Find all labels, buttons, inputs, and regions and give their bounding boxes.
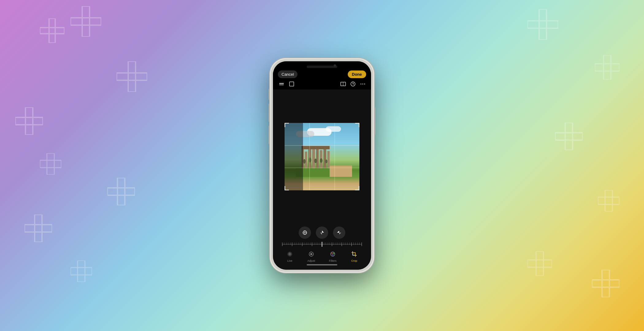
home-indicator [307,264,337,265]
svg-rect-13 [117,73,147,80]
svg-rect-71 [353,253,355,255]
rotation-slider[interactable] [282,241,362,247]
bg-cross-icon [598,190,619,211]
flip-vertical-button[interactable] [316,226,328,239]
aspect-ratio-icon[interactable] [340,81,346,87]
crop-container[interactable] [285,123,359,190]
svg-point-49 [314,158,317,163]
phone-volume-down-button [269,126,270,144]
tab-adjust[interactable]: Adjust [304,251,319,262]
svg-rect-2 [82,6,90,37]
svg-rect-21 [555,133,583,140]
svg-rect-14 [117,178,125,205]
svg-rect-6 [47,153,54,175]
svg-rect-9 [25,225,52,232]
phone-camera-dot [334,64,336,67]
bg-cross-icon [71,6,101,37]
svg-rect-41 [312,149,315,168]
svg-rect-3 [71,18,101,25]
svg-rect-8 [35,215,42,242]
bg-cross-icon [40,18,64,43]
svg-rect-26 [602,270,609,297]
crop-icon [351,251,357,259]
top-bar: Cancel Done [273,61,371,78]
bg-cross-icon [527,9,558,40]
svg-rect-22 [605,190,612,211]
background: Cancel Done [0,0,644,331]
straighten-icon[interactable] [278,81,285,87]
tab-crop-label: Crop [351,259,357,262]
bg-cross-icon [107,178,135,205]
svg-rect-15 [107,188,135,195]
circle-arrow-icon[interactable] [350,81,356,87]
svg-point-60 [289,253,290,255]
svg-rect-25 [527,260,552,267]
svg-rect-29 [289,82,294,86]
done-button[interactable]: Done [348,70,366,78]
svg-rect-12 [128,61,136,92]
bottom-tabs: Live Adjust [273,249,371,262]
rotation-buttons [299,223,345,241]
phone-silent-button [269,89,270,100]
bg-cross-icon [592,270,619,297]
flip-horizontal-button[interactable] [333,226,345,239]
tab-filters[interactable]: Filters [325,251,340,262]
bg-cross-icon [25,215,52,242]
cloud-element [326,126,341,132]
svg-point-33 [361,84,362,85]
tab-crop[interactable]: Crop [347,251,362,262]
bottom-controls: Live Adjust [273,223,371,270]
svg-point-64 [331,253,333,254]
svg-marker-57 [337,231,339,233]
tab-live[interactable]: Live [282,251,297,262]
bg-cross-icon [595,55,619,80]
bg-cross-icon [40,153,61,175]
image-area [273,89,371,223]
svg-point-51 [325,159,327,163]
aqueduct-illustration [296,143,352,177]
more-options-icon[interactable] [360,81,366,87]
phone-volume-up-button [269,104,270,122]
svg-rect-11 [71,268,92,275]
slider-center-indicator [322,242,322,247]
phone-screen: Cancel Done [273,61,371,270]
svg-rect-1 [40,28,64,34]
svg-point-50 [320,158,322,163]
tab-live-label: Live [287,259,293,262]
crop-free-icon[interactable] [289,81,294,87]
svg-rect-46 [301,146,330,149]
svg-rect-5 [15,117,43,125]
svg-point-34 [362,84,363,85]
svg-rect-42 [316,148,318,168]
svg-rect-16 [539,9,546,40]
svg-point-66 [332,254,334,256]
toolbar-icons-row [273,78,371,89]
svg-rect-19 [595,64,619,71]
svg-point-47 [303,159,305,164]
svg-rect-24 [536,251,543,276]
bg-cross-icon [15,107,43,135]
bg-cross-icon [71,261,92,282]
svg-rect-0 [49,18,55,43]
svg-point-65 [333,253,335,254]
svg-rect-7 [40,160,61,168]
svg-rect-10 [78,261,85,282]
live-photo-icon [287,251,293,259]
bg-cross-icon [117,61,147,92]
svg-rect-23 [598,197,619,204]
photo-display [285,123,359,190]
svg-marker-56 [320,233,322,235]
toolbar-right-icons [340,81,366,87]
svg-rect-44 [323,149,326,168]
toolbar-left-icons [278,81,294,87]
filters-icon [330,251,336,259]
svg-rect-4 [25,107,33,135]
cancel-button[interactable]: Cancel [278,70,297,78]
bg-cross-icon [527,251,552,276]
svg-marker-58 [339,233,341,234]
tab-filters-label: Filters [329,259,337,262]
svg-rect-37 [329,166,352,177]
svg-rect-45 [327,151,329,168]
adjust-icon [308,251,314,259]
perspective-correction-button[interactable] [299,226,311,239]
